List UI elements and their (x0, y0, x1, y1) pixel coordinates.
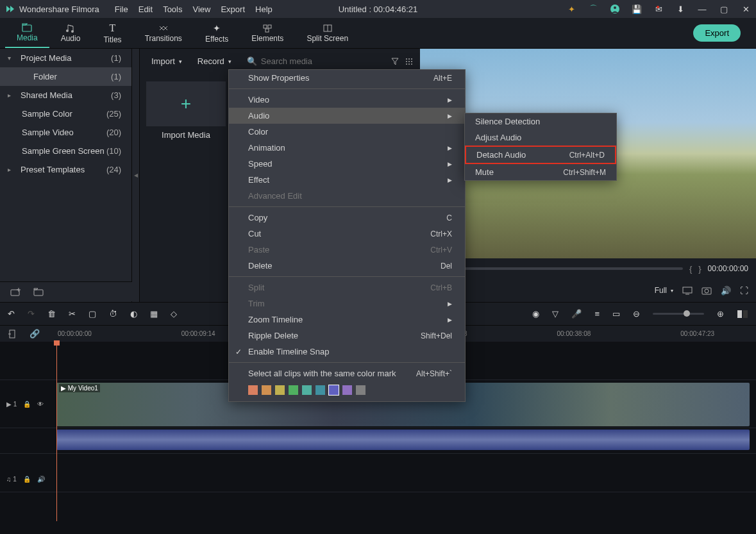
swatch[interactable] (262, 385, 271, 395)
keyframe-icon[interactable]: ◇ (171, 309, 177, 319)
folder-icon[interactable] (33, 287, 44, 296)
ctx-select-color-mark[interactable]: Select all clips with the same color mar… (229, 365, 465, 381)
ctx-video[interactable]: Video▶ (229, 92, 465, 108)
sidebar-folder[interactable]: Folder(1) (0, 67, 131, 86)
bulb-icon[interactable]: ✦ (566, 4, 576, 14)
voiceover-icon[interactable]: 🎤 (571, 309, 582, 319)
preview-timeline-slider[interactable] (428, 267, 683, 270)
preview-quality-dropdown[interactable]: Full▾ (655, 286, 673, 295)
ctx-color[interactable]: Color (229, 124, 465, 140)
menu-export[interactable]: Export (221, 4, 245, 14)
import-dropdown[interactable]: Import▾ (146, 54, 187, 69)
mute-icon[interactable]: 🔊 (37, 476, 45, 483)
grid-icon[interactable] (405, 57, 414, 66)
swatch[interactable] (302, 385, 312, 395)
expand-icon[interactable]: ▭ (612, 309, 620, 319)
display-icon[interactable] (682, 286, 693, 295)
tab-media[interactable]: Media (5, 18, 49, 48)
ctx-enable-snap[interactable]: ✓Enable Timeline Snap (229, 344, 465, 360)
timeline-link-icon[interactable]: 🔗 (29, 329, 40, 338)
sidebar-collapse-handle[interactable]: ◀ (132, 49, 140, 302)
swatch[interactable] (248, 385, 258, 395)
lock-icon[interactable]: 🔒 (23, 476, 31, 483)
ctx-cut[interactable]: CutCtrl+X (229, 226, 465, 242)
menu-tools[interactable]: Tools (163, 4, 182, 14)
snapshot-icon[interactable] (701, 286, 712, 295)
playhead[interactable] (56, 342, 57, 521)
render-icon[interactable]: ◉ (532, 309, 539, 319)
sidebar-sample-greenscreen[interactable]: Sample Green Screen(10) (0, 142, 131, 160)
visibility-icon[interactable]: 👁 (37, 401, 44, 408)
timeline-add-icon[interactable] (8, 330, 17, 338)
download-icon[interactable]: ⬇ (675, 4, 685, 14)
redo-icon[interactable]: ↷ (28, 309, 35, 319)
save-icon[interactable]: 💾 (632, 4, 642, 14)
swatch[interactable] (275, 385, 285, 395)
zoom-slider[interactable] (653, 313, 704, 315)
ctx-zoom-timeline[interactable]: Zoom Timeline▶ (229, 312, 465, 328)
audio-clip[interactable] (56, 430, 750, 450)
tab-transitions[interactable]: Transitions (133, 18, 194, 48)
sidebar-sample-color[interactable]: Sample Color(25) (0, 104, 131, 123)
greenscreen-icon[interactable]: ▦ (150, 309, 158, 319)
ctx-effect[interactable]: Effect▶ (229, 172, 465, 188)
minimize-icon[interactable]: — (697, 4, 707, 14)
crop-icon[interactable]: ▢ (88, 309, 96, 319)
ctx-audio[interactable]: Audio▶ (229, 108, 465, 124)
tab-titles[interactable]: TTitles (92, 18, 133, 48)
new-folder-icon[interactable] (10, 287, 21, 296)
menu-view[interactable]: View (192, 4, 210, 14)
mail-icon[interactable]: ✉ (653, 4, 664, 14)
fullscreen-icon[interactable]: ⛶ (740, 286, 748, 296)
search-input[interactable] (261, 56, 380, 66)
ctx-animation[interactable]: Animation▶ (229, 140, 465, 156)
filter-icon[interactable] (391, 57, 399, 66)
swatch[interactable] (315, 385, 325, 395)
close-icon[interactable]: ✕ (741, 4, 751, 14)
volume-icon[interactable]: 🔊 (721, 286, 731, 296)
swatch[interactable] (356, 385, 365, 395)
ctx-copy[interactable]: CopyC (229, 210, 465, 226)
ctx-delete[interactable]: DeleteDel (229, 258, 465, 274)
zoom-out-icon[interactable]: ⊖ (633, 309, 640, 319)
menu-file[interactable]: File (115, 4, 128, 14)
delete-icon[interactable]: 🗑 (47, 309, 56, 319)
sidebar-shared-media[interactable]: ▸Shared Media(3) (0, 86, 131, 104)
swatch[interactable] (342, 385, 352, 395)
sidebar-preset-templates[interactable]: ▸Preset Templates(24) (0, 160, 131, 179)
mark-out-icon[interactable]: } (698, 264, 701, 274)
mark-in-icon[interactable]: { (689, 264, 692, 274)
ctx-ripple-delete[interactable]: Ripple DeleteShift+Del (229, 328, 465, 344)
sub-silence-detection[interactable]: Silence Detection (465, 113, 616, 129)
zoom-fit-icon[interactable] (737, 309, 748, 319)
swatch[interactable] (289, 385, 298, 395)
ctx-speed[interactable]: Speed▶ (229, 156, 465, 172)
tab-effects[interactable]: ✦Effects (194, 18, 240, 48)
headphones-icon[interactable]: ⌒ (588, 4, 598, 14)
account-icon[interactable] (610, 4, 620, 14)
maximize-icon[interactable]: ▢ (719, 4, 729, 14)
sub-detach-audio[interactable]: Detach AudioCtrl+Alt+D (465, 146, 616, 164)
import-media-thumb[interactable]: + Import Media (146, 81, 226, 140)
tab-audio[interactable]: Audio (49, 18, 92, 48)
color-icon[interactable]: ◐ (130, 309, 137, 319)
mixer-icon[interactable]: ≡ (594, 309, 600, 319)
tab-splitscreen[interactable]: Split Screen (295, 18, 360, 48)
record-dropdown[interactable]: Record▾ (192, 54, 237, 69)
sidebar-sample-video[interactable]: Sample Video(20) (0, 123, 131, 142)
ctx-show-properties[interactable]: Show PropertiesAlt+E (229, 70, 465, 86)
export-button[interactable]: Export (693, 24, 741, 42)
undo-icon[interactable]: ↶ (8, 309, 15, 319)
sidebar-project-media[interactable]: ▾Project Media(1) (0, 49, 131, 67)
menu-edit[interactable]: Edit (139, 4, 153, 14)
swatch[interactable] (329, 385, 339, 395)
speed-icon[interactable]: ⏱ (109, 309, 117, 319)
menu-help[interactable]: Help (255, 4, 273, 14)
marker-icon[interactable]: ▽ (552, 309, 559, 319)
lock-icon[interactable]: 🔒 (23, 401, 31, 408)
sub-adjust-audio[interactable]: Adjust Audio (465, 129, 616, 146)
zoom-in-icon[interactable]: ⊕ (717, 309, 724, 319)
split-icon[interactable]: ✂ (69, 309, 76, 319)
sub-mute[interactable]: MuteCtrl+Shift+M (465, 164, 616, 180)
tab-elements[interactable]: Elements (240, 18, 295, 48)
